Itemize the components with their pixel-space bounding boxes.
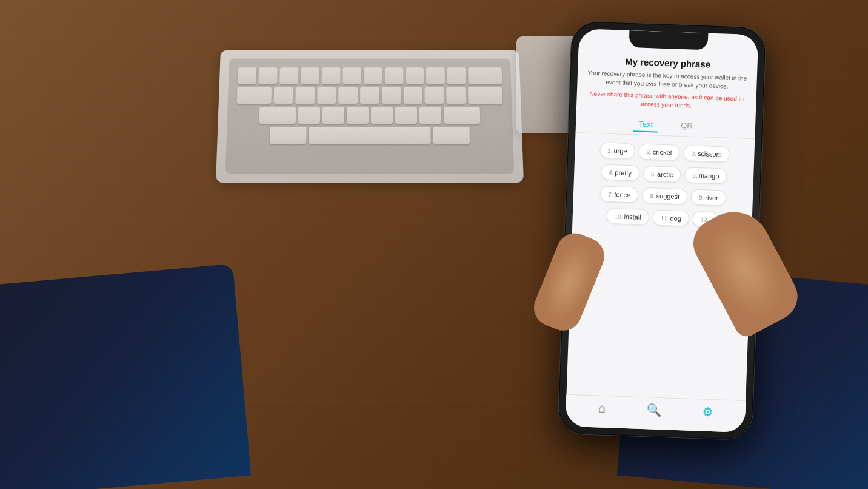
key bbox=[382, 87, 401, 104]
key bbox=[468, 67, 502, 84]
word-chip-7: 7.fence bbox=[600, 186, 639, 203]
key bbox=[298, 107, 320, 124]
key bbox=[425, 87, 444, 104]
word-chip-2: 2.cricket bbox=[638, 144, 680, 161]
word-number-3: 3. bbox=[691, 150, 696, 157]
key bbox=[237, 87, 272, 104]
page-title: My recovery phrase bbox=[587, 55, 747, 71]
word-chip-1: 1.urge bbox=[599, 142, 635, 159]
word-row-1: 1.urge 2.cricket 3.scissors bbox=[581, 141, 749, 163]
word-label-9: river bbox=[705, 194, 718, 201]
key bbox=[301, 67, 319, 84]
key bbox=[270, 127, 307, 144]
word-chip-9: 9.river bbox=[691, 189, 727, 206]
key bbox=[347, 107, 369, 124]
key bbox=[444, 107, 481, 124]
key bbox=[274, 87, 293, 104]
key bbox=[406, 67, 424, 84]
word-label-7: fence bbox=[614, 191, 630, 198]
word-number-2: 2. bbox=[646, 149, 652, 155]
word-chip-8: 8.suggest bbox=[642, 187, 688, 205]
key bbox=[419, 107, 441, 124]
spacebar-key bbox=[309, 127, 430, 144]
word-chip-4: 4.pretty bbox=[601, 164, 640, 181]
key bbox=[364, 67, 382, 84]
word-label-4: pretty bbox=[615, 169, 632, 177]
key bbox=[447, 67, 466, 84]
word-chip-10: 10.install bbox=[606, 208, 649, 225]
phone-wrapper: My recovery phrase Your recovery phrase … bbox=[558, 21, 766, 440]
settings-icon[interactable]: ⚙ bbox=[702, 404, 713, 419]
key bbox=[371, 107, 393, 124]
key bbox=[426, 67, 445, 84]
word-number-9: 9. bbox=[699, 194, 704, 201]
key bbox=[468, 87, 503, 104]
key bbox=[238, 67, 256, 84]
scene: My recovery phrase Your recovery phrase … bbox=[0, 0, 868, 489]
key bbox=[295, 87, 315, 104]
tab-qr[interactable]: QR bbox=[676, 118, 698, 134]
word-number-8: 8. bbox=[650, 192, 655, 199]
explore-icon[interactable]: 🔍 bbox=[646, 402, 662, 417]
keyboard-background bbox=[216, 50, 524, 183]
screen-header: My recovery phrase Your recovery phrase … bbox=[576, 50, 758, 118]
bottom-nav: ⌂ 🔍 ⚙ bbox=[566, 394, 746, 433]
tab-text[interactable]: Text bbox=[633, 116, 658, 132]
key bbox=[395, 107, 417, 124]
key bbox=[322, 107, 344, 124]
key bbox=[317, 87, 336, 104]
home-icon[interactable]: ⌂ bbox=[598, 401, 606, 415]
word-label-10: install bbox=[624, 213, 641, 221]
key bbox=[339, 87, 358, 104]
word-number-7: 7. bbox=[608, 191, 613, 198]
key bbox=[259, 107, 296, 124]
page-description: Your recovery phrase is the key to acces… bbox=[587, 69, 747, 92]
word-number-4: 4. bbox=[609, 169, 614, 176]
sleeve-left bbox=[0, 264, 251, 489]
key bbox=[321, 67, 340, 84]
word-label-5: arctic bbox=[657, 170, 673, 178]
phone-notch bbox=[629, 30, 709, 50]
word-label-3: scissors bbox=[698, 150, 722, 158]
word-label-6: mango bbox=[699, 172, 719, 180]
key bbox=[403, 87, 422, 104]
word-label-11: dog bbox=[670, 214, 681, 222]
word-chip-5: 5.arctic bbox=[643, 166, 681, 183]
word-number-11: 11. bbox=[660, 215, 669, 221]
word-row-2: 4.pretty 5.arctic 6.mango bbox=[580, 163, 748, 185]
key bbox=[360, 87, 379, 104]
key bbox=[258, 67, 277, 84]
word-row-3: 7.fence 8.suggest 9.river bbox=[579, 185, 747, 207]
key bbox=[384, 67, 403, 84]
word-label-8: suggest bbox=[656, 192, 679, 200]
key bbox=[433, 127, 470, 144]
warning-text: Never share this phrase with anyone, as … bbox=[586, 90, 747, 112]
word-number-1: 1. bbox=[607, 147, 613, 154]
word-number-5: 5. bbox=[651, 170, 656, 177]
word-chip-3: 3.scissors bbox=[683, 145, 730, 163]
word-chip-11: 11.dog bbox=[652, 209, 689, 226]
word-chip-6: 6.mango bbox=[684, 167, 727, 184]
key bbox=[342, 67, 361, 84]
word-label-1: urge bbox=[613, 147, 627, 155]
word-number-10: 10. bbox=[614, 213, 623, 220]
key bbox=[446, 87, 466, 104]
key bbox=[279, 67, 298, 84]
word-number-6: 6. bbox=[692, 172, 698, 179]
word-label-2: cricket bbox=[653, 148, 672, 156]
